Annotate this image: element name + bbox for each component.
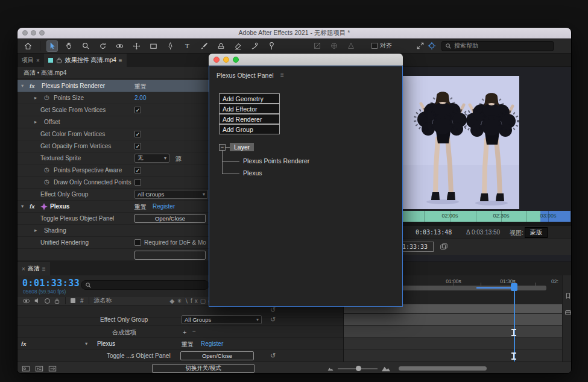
eye-column-icon[interactable]	[22, 297, 30, 305]
tree-node-points-renderer[interactable]: Plexus Points Renderer	[243, 157, 309, 164]
expand-inout-panes-icon[interactable]	[48, 365, 57, 373]
stopwatch-icon[interactable]: ◷	[44, 178, 49, 185]
reset-param-icon[interactable]: ↺	[270, 306, 276, 314]
checkbox-checked[interactable]: ✓	[134, 167, 141, 174]
toggle-switches-modes-button[interactable]: 切换开关/模式	[152, 364, 254, 373]
clipped-button[interactable]	[134, 251, 206, 260]
index-column-icon[interactable]: #	[80, 298, 84, 304]
tab-comp-timeline[interactable]: × 高清 ≡	[17, 262, 50, 275]
reset-param-icon[interactable]: ↺	[270, 316, 276, 324]
window-minimize-button[interactable]	[31, 30, 36, 36]
add-group-button[interactable]: Add Group	[219, 124, 280, 134]
puppet-pin-tool-icon[interactable]	[267, 41, 277, 51]
chevron-right-icon[interactable]: ▸	[34, 119, 37, 125]
open-close-button[interactable]: Open/Close	[180, 351, 254, 360]
roto-brush-tool-icon[interactable]	[250, 41, 260, 51]
chevron-down-icon[interactable]: ▾	[21, 83, 24, 89]
chevron-down-icon[interactable]: ▾	[21, 203, 24, 209]
camera-tool-icon[interactable]	[115, 41, 125, 51]
view-mode-dropdown[interactable]: 蒙版	[525, 227, 548, 238]
reset-param-icon[interactable]: ↺	[270, 352, 276, 360]
panel-menu-icon[interactable]: ≡	[280, 72, 284, 78]
reset-link[interactable]: 重置	[134, 83, 147, 91]
playhead-handle[interactable]	[511, 283, 517, 291]
chevron-right-icon[interactable]: ▸	[34, 227, 37, 233]
comp-marker-bin-icon[interactable]	[564, 292, 572, 299]
textured-sprite-dropdown[interactable]: 无 ▾	[134, 154, 169, 163]
tree-node-plexus[interactable]: Plexus	[243, 169, 262, 177]
workspace-expand-icon[interactable]	[415, 41, 425, 51]
stopwatch-icon[interactable]: ◷	[44, 166, 49, 173]
chevron-down-icon[interactable]: ▾	[85, 340, 87, 346]
rotate-tool-icon[interactable]	[98, 41, 108, 51]
expand-transfer-controls-icon[interactable]	[35, 365, 43, 373]
points-size-value[interactable]: 2.00	[134, 95, 146, 101]
checkbox-checked[interactable]: ✓	[134, 107, 141, 113]
expand-layer-switches-icon[interactable]	[22, 365, 30, 373]
float-minimize-button[interactable]	[223, 57, 229, 63]
type-tool-icon[interactable]: T	[182, 41, 192, 51]
add-renderer-button[interactable]: Add Renderer	[219, 114, 280, 124]
register-link[interactable]: Register	[201, 340, 223, 347]
brush-tool-icon[interactable]	[199, 41, 209, 51]
eraser-tool-icon[interactable]	[233, 41, 243, 51]
label-column-icon[interactable]	[71, 298, 75, 303]
window-zoom-button[interactable]	[39, 30, 45, 36]
toggle-view-icon[interactable]	[440, 243, 448, 251]
effect-header-plexus[interactable]: ▾ fx Plexus 重置 Register	[17, 201, 210, 213]
checkbox-unchecked[interactable]	[134, 179, 141, 186]
fx-badge-icon[interactable]: fx	[21, 340, 26, 347]
float-zoom-button[interactable]	[233, 57, 239, 63]
add-geometry-button[interactable]: Add Geometry	[219, 93, 280, 104]
fx-badge-icon[interactable]: fx	[30, 83, 34, 89]
open-close-button[interactable]: Open/Close	[134, 214, 206, 223]
horizontal-scrollbar[interactable]	[399, 366, 487, 371]
clone-stamp-tool-icon[interactable]	[216, 41, 226, 51]
zoom-in-mountain-icon[interactable]	[381, 364, 390, 373]
track-row[interactable]	[344, 350, 562, 362]
all-groups-dropdown[interactable]: All Groups ▾	[182, 315, 262, 324]
track-options-icon[interactable]	[564, 309, 572, 316]
help-search-input[interactable]: 搜索帮助	[441, 41, 554, 51]
checkbox-checked[interactable]: ✓	[134, 131, 141, 137]
checkbox-unchecked[interactable]	[134, 239, 141, 246]
pen-tool-icon[interactable]	[165, 41, 175, 51]
home-icon[interactable]	[23, 41, 33, 51]
tab-effect-controls[interactable]: 效果控件 高清.mp4 ≡	[44, 54, 127, 67]
float-titlebar[interactable]	[209, 54, 403, 66]
effect-header-plexus-points-renderer[interactable]: ▾ fx Plexus Points Renderer 重置	[17, 80, 210, 92]
viewer-current-time[interactable]: 0:03:13:48	[416, 229, 452, 236]
source-name-column[interactable]: 源名称	[94, 296, 112, 305]
stopwatch-icon[interactable]: ◷	[44, 94, 49, 101]
panel-menu-icon[interactable]: ≡	[42, 266, 46, 272]
add-option-icon[interactable]: ＋	[182, 328, 188, 336]
checkbox-checked[interactable]: ✓	[134, 143, 141, 149]
close-icon[interactable]: ×	[22, 266, 25, 272]
tree-root-layer[interactable]: Layer	[230, 143, 254, 151]
timeline-current-time[interactable]: 0:01:33:33	[22, 278, 80, 289]
float-close-button[interactable]	[213, 57, 220, 63]
lock-column-icon[interactable]	[54, 298, 60, 304]
close-icon[interactable]: ×	[36, 57, 40, 64]
zoom-tool-icon[interactable]	[81, 41, 91, 51]
tab-project[interactable]: 项目 ×	[17, 54, 44, 67]
solo-column-icon[interactable]	[45, 298, 50, 304]
timeline-zoom-slider[interactable]	[338, 368, 378, 369]
track-row[interactable]	[344, 314, 562, 326]
selection-tool-icon[interactable]	[47, 41, 57, 51]
lock-icon[interactable]	[55, 57, 63, 64]
timeline-search-input[interactable]	[81, 280, 209, 290]
zoom-out-mountain-icon[interactable]	[327, 365, 334, 372]
hand-tool-icon[interactable]	[64, 41, 74, 51]
fx-badge-icon[interactable]: fx	[30, 203, 34, 210]
pan-behind-tool-icon[interactable]	[131, 41, 142, 51]
reset-link[interactable]: 重置	[182, 340, 194, 349]
tree-collapse-icon[interactable]: −	[219, 144, 226, 151]
effect-only-group-dropdown[interactable]: All Groups ▾	[134, 190, 208, 199]
track-row[interactable]	[344, 326, 562, 338]
search-target-icon[interactable]	[426, 41, 437, 51]
window-close-button[interactable]	[22, 30, 28, 36]
chevron-right-icon[interactable]: ▸	[34, 95, 37, 101]
track-row[interactable]	[344, 338, 562, 350]
panel-menu-icon[interactable]: ≡	[119, 57, 122, 64]
